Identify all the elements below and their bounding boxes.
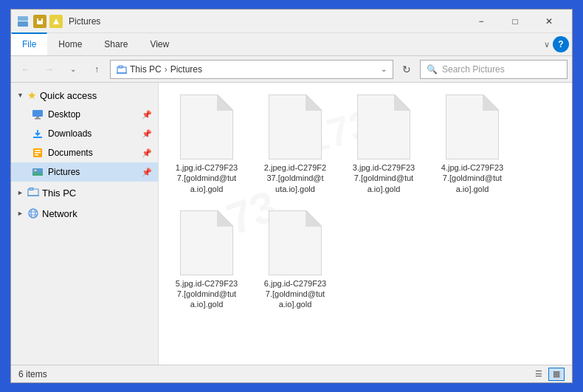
address-dropdown-icon[interactable]: ⌄ xyxy=(381,65,387,73)
file-icon-6 xyxy=(269,210,322,275)
minimize-button[interactable]: − xyxy=(464,10,498,33)
expand-ribbon-button[interactable]: ∨ xyxy=(544,40,550,49)
sidebar-item-downloads[interactable]: Downloads 📌 xyxy=(11,124,158,143)
item-count: 6 items xyxy=(18,369,47,379)
main-content: ▼ ★ Quick access Desktop 📌 xyxy=(11,83,572,365)
forward-button[interactable]: → xyxy=(39,60,60,79)
svg-rect-12 xyxy=(33,137,42,138)
file-name-5: 5.jpg.id-C279F237.[goldmind@tuta.io].gol… xyxy=(176,278,238,310)
svg-rect-9 xyxy=(32,110,43,117)
quick-access-header[interactable]: ▼ ★ Quick access xyxy=(11,86,158,105)
star-icon: ★ xyxy=(27,89,37,101)
file-item-6[interactable]: 6.jpg.id-C279F237.[goldmind@tuta.io].gol… xyxy=(255,206,336,314)
file-item-1[interactable]: 1.jpg.id-C279F237.[goldmind@tuta.io].gol… xyxy=(166,90,247,199)
pictures-icon xyxy=(32,167,44,177)
svg-marker-35 xyxy=(217,210,233,227)
tab-home[interactable]: Home xyxy=(47,33,93,55)
tab-file[interactable]: File xyxy=(11,32,47,55)
quick-access-group: ▼ ★ Quick access Desktop 📌 xyxy=(11,86,158,182)
address-bar: ← → ⌄ ↑ This PC › Pictures ⌄ ↻ 🔍 Search … xyxy=(11,56,572,83)
sidebar-item-desktop[interactable]: Desktop 📌 xyxy=(11,105,158,124)
refresh-button[interactable]: ↻ xyxy=(396,60,417,79)
title-controls: − □ ✕ xyxy=(464,10,566,33)
title-bar: Pictures − □ ✕ xyxy=(11,10,572,33)
file-name-4: 4.jpg.id-C279F237.[goldmind@tuta.io].gol… xyxy=(441,162,503,194)
ribbon-tabs: File Home Share View ∨ ? xyxy=(11,33,572,55)
svg-rect-4 xyxy=(38,18,41,21)
chevron-down-icon: ▼ xyxy=(17,92,24,99)
path-this-pc: This PC xyxy=(130,64,162,75)
tab-view[interactable]: View xyxy=(139,33,180,55)
view-toggle-buttons: ☰ ▦ xyxy=(531,368,565,381)
search-icon: 🔍 xyxy=(427,64,438,75)
svg-rect-11 xyxy=(35,118,41,120)
search-placeholder: Search Pictures xyxy=(442,64,505,75)
this-pc-header[interactable]: ► This PC xyxy=(11,183,158,202)
file-item-4[interactable]: 4.jpg.id-C279F237.[goldmind@tuta.io].gol… xyxy=(432,90,513,199)
file-name-6: 6.jpg.id-C279F237.[goldmind@tuta.io].gol… xyxy=(264,278,326,310)
sidebar-item-pictures[interactable]: Pictures 📌 xyxy=(11,162,158,182)
downloads-icon xyxy=(32,128,44,139)
sidebar-downloads-label: Downloads xyxy=(48,128,92,139)
svg-rect-1 xyxy=(18,21,28,27)
this-pc-sidebar-icon xyxy=(27,188,39,198)
sidebar-pictures-label: Pictures xyxy=(48,167,80,177)
network-icon xyxy=(27,208,39,219)
pin-icon-2: 📌 xyxy=(142,129,152,139)
status-bar: 6 items ☰ ▦ xyxy=(11,365,572,382)
file-item-5[interactable]: 5.jpg.id-C279F237.[goldmind@tuta.io].gol… xyxy=(166,206,247,314)
svg-point-22 xyxy=(29,209,38,218)
up-button[interactable]: ↑ xyxy=(86,60,107,79)
sidebar-desktop-label: Desktop xyxy=(48,109,80,120)
svg-marker-5 xyxy=(53,18,59,24)
path-sep-1: › xyxy=(165,64,168,75)
chevron-right-icon-2: ► xyxy=(17,210,24,217)
large-icon-view-button[interactable]: ▦ xyxy=(548,368,565,381)
sidebar-documents-label: Documents xyxy=(48,148,93,158)
svg-rect-15 xyxy=(35,152,41,154)
tab-share[interactable]: Share xyxy=(93,33,139,55)
file-icon-3 xyxy=(357,94,410,159)
quick-save-icons xyxy=(33,15,63,28)
file-icon-5 xyxy=(180,210,233,275)
this-pc-icon xyxy=(117,65,127,74)
file-grid-wrapper: 3173 3173 1.jpg.id-C279F237.[goldmind@tu… xyxy=(159,83,572,365)
svg-point-23 xyxy=(31,209,35,218)
svg-rect-2 xyxy=(18,16,28,21)
svg-rect-10 xyxy=(36,117,39,118)
this-pc-label: This PC xyxy=(42,188,76,199)
sidebar: ▼ ★ Quick access Desktop 📌 xyxy=(11,83,159,365)
file-item-3[interactable]: 3.jpg.id-C279F237.[goldmind@tuta.io].gol… xyxy=(343,90,424,199)
svg-rect-16 xyxy=(35,154,38,156)
help-button[interactable]: ? xyxy=(553,36,569,52)
documents-icon xyxy=(32,148,44,158)
address-path[interactable]: This PC › Pictures ⌄ xyxy=(110,60,393,79)
ribbon: File Home Share View ∨ ? xyxy=(11,33,572,56)
this-pc-group: ► This PC xyxy=(11,183,158,202)
close-button[interactable]: ✕ xyxy=(532,10,566,33)
file-item-2[interactable]: 2.jpeg.id-C279F237.[goldmind@tuta.io].go… xyxy=(255,90,336,199)
file-icon-4 xyxy=(446,94,499,159)
network-header[interactable]: ► Network xyxy=(11,204,158,223)
list-view-button[interactable]: ☰ xyxy=(531,368,547,381)
network-group: ► Network xyxy=(11,204,158,223)
file-grid: 3173 3173 1.jpg.id-C279F237.[goldmind@tu… xyxy=(159,83,572,365)
sidebar-item-documents[interactable]: Documents 📌 xyxy=(11,143,158,162)
svg-marker-37 xyxy=(306,210,322,227)
search-box[interactable]: 🔍 Search Pictures xyxy=(420,60,568,79)
file-name-3: 3.jpg.id-C279F237.[goldmind@tuta.io].gol… xyxy=(353,162,415,194)
maximize-button[interactable]: □ xyxy=(498,10,532,33)
path-pictures: Pictures xyxy=(170,64,202,75)
pin-icon: 📌 xyxy=(142,110,152,120)
file-name-2: 2.jpeg.id-C279F237.[goldmind@tuta.io].go… xyxy=(264,162,326,194)
window-title: Pictures xyxy=(69,16,464,27)
pin-icon-3: 📌 xyxy=(142,148,152,158)
explorer-window: Pictures − □ ✕ File Home Share View ∨ ? … xyxy=(10,9,573,383)
desktop-icon xyxy=(32,109,44,120)
file-icon-1 xyxy=(180,94,233,159)
back-button[interactable]: ← xyxy=(15,60,36,79)
quick-access-label: Quick access xyxy=(40,90,97,101)
path-dropdown-button[interactable]: ⌄ xyxy=(63,60,83,79)
network-label: Network xyxy=(42,208,77,219)
svg-rect-14 xyxy=(35,150,41,151)
